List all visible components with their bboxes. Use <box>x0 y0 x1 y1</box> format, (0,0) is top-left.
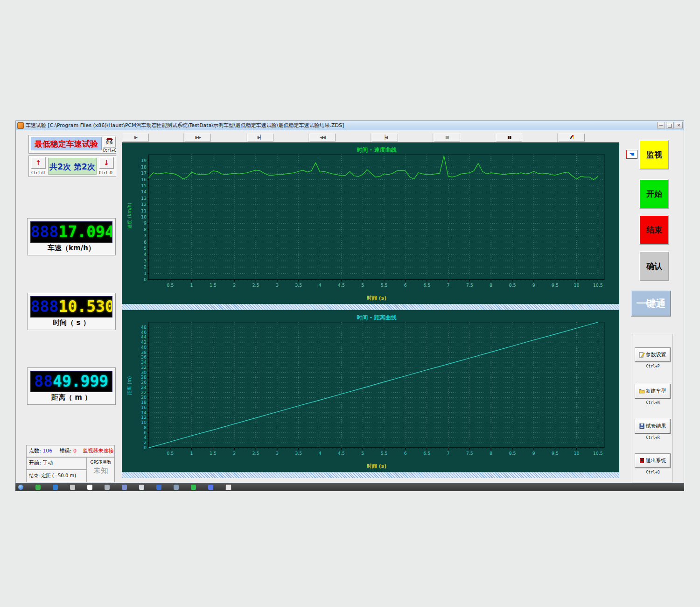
svg-text:0.5: 0.5 <box>167 451 174 456</box>
svg-text:24: 24 <box>141 385 147 390</box>
svg-text:9.5: 9.5 <box>552 451 559 456</box>
taskbar-icon[interactable] <box>225 484 231 490</box>
svg-text:12: 12 <box>141 202 147 207</box>
svg-text:22: 22 <box>141 390 147 395</box>
parameter-settings-shortcut: Ctrl+P <box>632 364 673 368</box>
svg-text:4.5: 4.5 <box>338 451 345 456</box>
speed-display-digits: 88817.094 <box>30 221 112 243</box>
taskbar-icon[interactable] <box>122 485 127 490</box>
app-icon <box>17 122 24 129</box>
taskbar-icon[interactable] <box>35 485 41 490</box>
svg-text:4: 4 <box>319 282 322 288</box>
skip-to-start-button[interactable]: ▕◀ <box>372 134 398 141</box>
taskbar-icon[interactable] <box>53 485 58 490</box>
exit-system-label: 退出系统 <box>646 457 666 464</box>
svg-text:7: 7 <box>447 282 449 288</box>
svg-text:1: 1 <box>190 282 193 288</box>
time-value: 10.530 <box>59 297 112 316</box>
taskbar-icon[interactable] <box>191 485 196 490</box>
window-titlebar[interactable]: 车速试验 [C:\Program Files (x86)\Haust\PCM汽车… <box>16 121 684 130</box>
svg-text:5: 5 <box>361 282 364 288</box>
svg-text:4: 4 <box>144 435 147 440</box>
taskbar-icon[interactable] <box>174 485 179 490</box>
app-window: 车速试验 [C:\Program Files (x86)\Haust\PCM汽车… <box>15 120 684 483</box>
pointer-hand-icon: ☚ <box>626 150 637 159</box>
gps-box: GPS卫星数 未知 <box>87 457 115 482</box>
svg-text:3.5: 3.5 <box>295 282 302 288</box>
rewind-button[interactable]: ◀◀ <box>309 134 336 141</box>
speed-chart-scrollbar[interactable] <box>122 304 619 310</box>
gps-value: 未知 <box>87 466 114 476</box>
svg-text:5: 5 <box>361 451 364 456</box>
maximize-button[interactable] <box>666 122 674 128</box>
taskbar-start-icon[interactable] <box>18 485 23 490</box>
distance-value: 49.999 <box>53 372 108 390</box>
skip-to-end-button[interactable]: ▶▏ <box>247 134 273 141</box>
onekey-button[interactable]: 一键通 <box>631 290 671 317</box>
distance-unlit-digits: 88 <box>35 372 53 390</box>
monitor-button[interactable]: 监视 <box>639 140 669 169</box>
svg-text:5: 5 <box>144 246 147 251</box>
svg-text:6: 6 <box>144 430 147 435</box>
playback-toolbar: ▶ ▶▶ ▶▏ ◀◀ ▕◀ ■ ▮▮ <box>122 134 619 142</box>
taskbar-icon[interactable] <box>70 485 75 490</box>
fast-forward-button[interactable]: ▶▶ <box>185 134 211 141</box>
pause-button[interactable]: ▮▮ <box>496 134 522 141</box>
close-button[interactable]: × <box>675 122 683 128</box>
svg-text:6: 6 <box>404 451 407 456</box>
svg-text:2: 2 <box>144 264 147 269</box>
taskbar-icon[interactable] <box>139 485 144 490</box>
svg-text:10: 10 <box>141 214 147 219</box>
speed-chart-xlabel: 时间 (s) <box>149 295 604 302</box>
taskbar-icon[interactable] <box>105 485 110 490</box>
run-up-button[interactable]: ↑ <box>31 157 46 169</box>
svg-text:0.5: 0.5 <box>167 282 174 288</box>
svg-text:48: 48 <box>141 325 147 330</box>
end-button[interactable]: 结束 <box>639 215 669 245</box>
taskbar-icon[interactable] <box>208 485 213 490</box>
svg-text:18: 18 <box>141 400 147 405</box>
exit-system-button[interactable]: 退出系统 <box>635 453 671 468</box>
svg-text:8: 8 <box>490 451 492 456</box>
toolbar-cell: ▕◀ <box>371 134 433 142</box>
svg-text:42: 42 <box>141 339 147 345</box>
run-counter-panel: ↑ Ctrl+U 共2次 第2次 ↓ Ctrl+D <box>28 155 116 177</box>
distance-chart-scrollbar[interactable] <box>122 472 619 478</box>
distance-chart-plot: 0246810121416182022242628303234363840424… <box>122 310 619 465</box>
svg-text:7.5: 7.5 <box>466 451 473 456</box>
tools-button[interactable] <box>559 134 585 141</box>
svg-text:0: 0 <box>144 445 147 450</box>
test-name-field: 最低稳定车速试验 <box>31 137 102 150</box>
test-results-button[interactable]: 试验结果 <box>635 419 671 434</box>
start-button[interactable]: 开始 <box>639 179 669 209</box>
svg-text:1: 1 <box>190 451 193 456</box>
taskbar-icon[interactable] <box>156 485 161 490</box>
maximize-icon <box>668 124 672 127</box>
test-results-label: 试验结果 <box>646 423 666 430</box>
run-down-button[interactable]: ↓ <box>99 157 114 169</box>
taskbar-icon[interactable] <box>87 485 92 490</box>
svg-text:2: 2 <box>233 282 236 288</box>
switch-test-label: 切换 <box>104 141 115 145</box>
svg-text:3.5: 3.5 <box>295 451 302 456</box>
speed-display-label: 车速（km/h） <box>28 244 115 253</box>
menu-group: 参数设置 Ctrl+P 新建车型 Ctrl+N 试验结果 Ctrl+R <box>632 334 673 482</box>
status-row-counts: 点数: 106 错误: 0 监视器未连接 <box>26 445 115 457</box>
errors-value: 0 <box>73 448 77 454</box>
gps-label: GPS卫星数 <box>87 459 114 466</box>
toolbar-cell: ■ <box>433 134 495 142</box>
minimize-button[interactable]: — <box>657 122 665 128</box>
svg-text:8.5: 8.5 <box>509 282 516 288</box>
svg-text:16: 16 <box>141 177 147 182</box>
switch-test-button[interactable]: 切换 <box>103 136 116 148</box>
test-name-panel: 最低稳定车速试验 切换 Ctrl+C <box>28 135 116 154</box>
new-vehicle-button[interactable]: 新建车型 <box>635 384 671 399</box>
taskbar[interactable] <box>15 483 684 491</box>
confirm-button[interactable]: 确认 <box>639 251 669 281</box>
time-display: 88810.530 时间（ s ） <box>27 293 116 330</box>
play-button[interactable]: ▶ <box>123 134 149 141</box>
toolbar-cell: ▶▏ <box>246 134 308 142</box>
toolbar-cell: ▶▶ <box>184 134 246 142</box>
parameter-settings-button[interactable]: 参数设置 <box>635 347 671 362</box>
stop-button[interactable]: ■ <box>434 134 460 141</box>
